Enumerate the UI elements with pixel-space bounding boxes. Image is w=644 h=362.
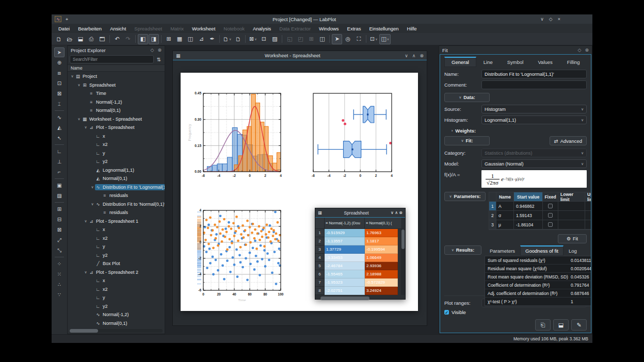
- tree-item-residuals[interactable]: ≡residuals: [68, 191, 165, 200]
- tree-item-y[interactable]: ∟y: [68, 293, 165, 302]
- cell-value[interactable]: -0.199594: [365, 245, 398, 254]
- menu-data-extractor[interactable]: Data Extractor: [276, 25, 314, 32]
- cell-value[interactable]: -2.02751: [325, 287, 365, 295]
- param-fixed[interactable]: [543, 202, 558, 210]
- fixed-checkbox[interactable]: [548, 213, 553, 218]
- results-section-button[interactable]: ∨Results:: [444, 245, 481, 255]
- param-fixed[interactable]: [543, 211, 558, 220]
- worksheet-window-titlebar[interactable]: ▦ Worksheet - Spreadsheet ∨ ∧ ⊗: [173, 51, 427, 60]
- tree-item-plot-spreadsheet[interactable]: ∨⊿Plot - Spreadsheet: [68, 123, 165, 132]
- param-lower-limit[interactable]: [558, 202, 585, 210]
- param-start-value[interactable]: 0.946862: [514, 202, 543, 210]
- cursor-tool[interactable]: ⌶: [54, 99, 65, 109]
- cell-value[interactable]: 2.93936: [365, 262, 398, 270]
- menu-einstellungen[interactable]: Einstellungen: [366, 25, 403, 32]
- zoom-fit-tool[interactable]: ⤡: [54, 245, 65, 255]
- new-spreadsheet-button[interactable]: ⊞: [164, 34, 174, 44]
- window-minimize-icon[interactable]: ∨: [540, 17, 544, 22]
- new-project-button[interactable]: 🗋: [54, 34, 64, 44]
- cell-value[interactable]: -1.55465: [325, 270, 365, 278]
- fixed-checkbox[interactable]: [548, 204, 553, 208]
- print-button[interactable]: ⎙: [86, 34, 96, 44]
- align-vertical-tool[interactable]: ⁙: [54, 269, 65, 279]
- cell-value[interactable]: 1.37729: [325, 245, 365, 254]
- search-input[interactable]: Search/Filter: [70, 55, 154, 63]
- zoom-x-select-tool[interactable]: ⊡: [54, 78, 65, 88]
- add-histogram-tool[interactable]: ◭: [54, 123, 65, 133]
- box-plot[interactable]: -6-4-2024: [299, 90, 398, 184]
- spreadsheet-vertical-scrollbar[interactable]: [401, 229, 405, 295]
- dock-close-icon[interactable]: ⊗: [157, 47, 162, 53]
- magnify-button[interactable]: ⊡∨: [368, 34, 379, 44]
- add-image-tool[interactable]: ▨: [54, 191, 65, 201]
- zoom-origin-tool[interactable]: ⊠: [54, 225, 65, 235]
- tree-item-y2[interactable]: ∟y2: [68, 302, 165, 311]
- export-image-button[interactable]: ▨: [269, 34, 280, 44]
- menu-matrix[interactable]: Matrix: [167, 25, 187, 32]
- add-axis-ticks-tool[interactable]: ⊥: [54, 157, 65, 167]
- param-lower-limit[interactable]: [558, 220, 585, 229]
- crosshair-tool[interactable]: ⊕: [54, 58, 65, 68]
- data-section-button[interactable]: ∨Data:: [444, 93, 490, 102]
- redo-button[interactable]: ↷: [123, 34, 133, 44]
- tab-general[interactable]: General: [444, 57, 476, 67]
- subwindow-minimize-icon[interactable]: ∨: [391, 210, 394, 215]
- tree-item-distribution-fit-to-lognormal-1-1[interactable]: ∨∿Distribution Fit to 'Lognormal(1,1)': [68, 183, 165, 192]
- tree-item-lognormal-1-1[interactable]: ◭Lognormal(1,1): [68, 166, 165, 175]
- cell-value[interactable]: -1.95323: [325, 278, 365, 287]
- source-select[interactable]: Histogram∨: [481, 105, 587, 113]
- menu-ansicht[interactable]: Ansicht: [106, 25, 130, 32]
- window-maximize-icon[interactable]: ◇: [549, 17, 553, 22]
- tree-item-distribution-fit-to-normal-0-1[interactable]: ∨∿Distribution Fit to 'Normal(0,1)': [68, 200, 165, 209]
- results-tab-goodness-of-fit[interactable]: Goodness of fit: [520, 245, 564, 256]
- add-xy-curve-tool[interactable]: ∿: [54, 112, 65, 122]
- histogram-plot[interactable]: -6-4-20240.000.150.300.45Frequency: [186, 90, 285, 184]
- export-button[interactable]: ⎗: [535, 319, 551, 331]
- column-header-1[interactable]: ≡Normal(-1,2) (Dou: [325, 218, 365, 229]
- cell-value[interactable]: -0.515929: [325, 229, 365, 237]
- toggle-project-explorer-button[interactable]: ◧: [138, 34, 148, 44]
- tree-item-plot-spreadsheet-1[interactable]: ∨⊿Plot - Spreadsheet 1: [68, 217, 165, 226]
- presenter-mode-button[interactable]: ◫∨: [379, 34, 391, 44]
- distribute-vertical-tool[interactable]: ∵: [54, 290, 65, 300]
- name-field[interactable]: Distribution Fit to 'Lognormal(1,1)': [481, 70, 587, 78]
- tab-line[interactable]: Line: [476, 57, 500, 67]
- tree-item-plot-spreadsheet-2[interactable]: ∨⊿Plot - Spreadsheet 2: [68, 268, 165, 277]
- tab-values[interactable]: Values: [530, 57, 559, 67]
- histogram-select[interactable]: Lognormal(1,1)∨: [481, 116, 587, 124]
- filter-options-icon[interactable]: ⇅: [155, 57, 163, 62]
- tree-item-box-plot[interactable]: ╱Box Plot: [68, 259, 165, 268]
- param-start-value[interactable]: 1.59143: [514, 211, 543, 220]
- model-select[interactable]: Gaussian (Normal)∨: [481, 159, 587, 168]
- tree-item-normal-0-1[interactable]: ≡Normal(0,1): [68, 106, 165, 115]
- parameters-table[interactable]: NameStart valueFixedLower limitUpper lim…: [489, 192, 591, 230]
- tree-item-normal-0-1[interactable]: ◭Normal(0,1): [68, 174, 165, 183]
- fit-section-button[interactable]: ∨Fit:: [444, 136, 490, 145]
- category-select[interactable]: Statistics (distributions)∨: [481, 149, 587, 157]
- print-preview-button[interactable]: 🗔: [97, 34, 107, 44]
- goodness-of-fit-table[interactable]: Sum of squared residuals (χ²)0.0143811Re…: [485, 256, 591, 306]
- add-axis-plain-tool[interactable]: ⌐: [54, 167, 65, 177]
- menu-analysis[interactable]: Analysis: [249, 25, 275, 32]
- tree-item-spreadsheet[interactable]: ∨⊞Spreadsheet: [68, 81, 165, 90]
- cell-value[interactable]: 2.18988: [365, 270, 398, 278]
- cell-value[interactable]: -0.572829: [365, 278, 398, 287]
- parameters-section-button[interactable]: ∨Parameters:: [444, 192, 486, 201]
- zoom-mode-button[interactable]: ⊠∨: [248, 34, 258, 44]
- save-as-button[interactable]: ✎: [571, 319, 587, 331]
- tree-item-y[interactable]: ∟y: [68, 149, 165, 158]
- layout-grid-button[interactable]: ⊞: [306, 34, 316, 44]
- menu-windows[interactable]: Windows: [315, 25, 343, 32]
- cell-value[interactable]: 3.24924: [365, 287, 398, 295]
- menu-notebook[interactable]: Notebook: [220, 25, 248, 32]
- duplicate-button[interactable]: 🗋: [233, 34, 243, 44]
- results-tab-parameters[interactable]: Parameters: [485, 245, 520, 256]
- run-fit-button[interactable]: ⚙Fit: [558, 234, 587, 243]
- tree-item-normal-0-1[interactable]: ∿Normal(0,1): [68, 319, 165, 328]
- dock-float-icon[interactable]: ◇: [151, 47, 154, 53]
- zoom-select-tool[interactable]: ⧈: [54, 68, 65, 78]
- tree-item-y2[interactable]: ∟y2: [68, 251, 165, 260]
- tree-item-project[interactable]: ∨▤Project: [68, 72, 165, 81]
- weights-section-toggle[interactable]: ›Weights:: [452, 128, 587, 134]
- new-datapicker-button[interactable]: ⊿: [196, 34, 206, 44]
